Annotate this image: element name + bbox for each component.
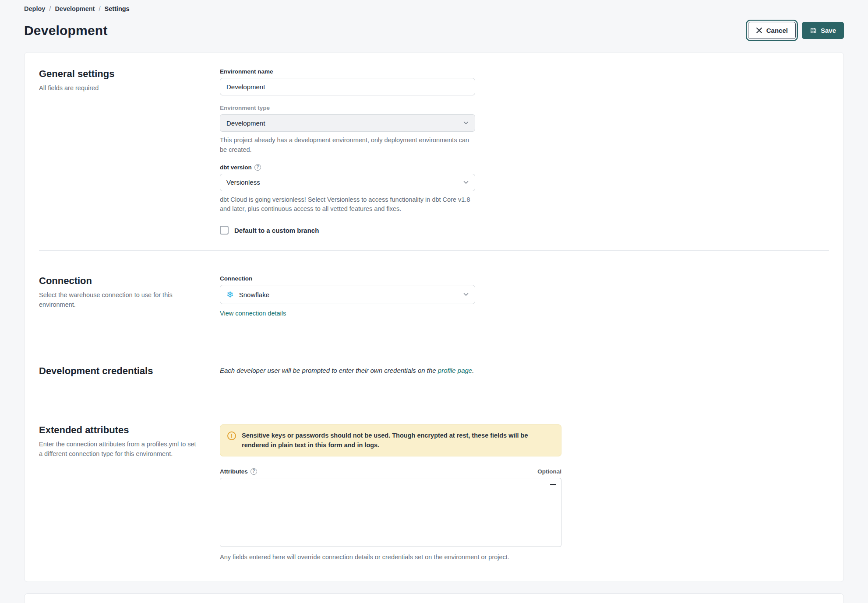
extended-attributes-head: Extended attributes Enter the connection… [39,424,220,562]
credentials-note-text: Each developer user will be prompted to … [220,367,438,374]
environment-settings-page: Deploy / Development / Settings Developm… [0,0,868,603]
connection-fields: Connection ❄ Snowflake View connection d… [220,275,829,317]
chevron-down-icon [463,293,469,296]
environment-type-value: Development [226,119,265,127]
delete-environment-card: Click the button below to delete this en… [24,593,844,603]
close-icon [756,27,762,34]
settings-card: General settings All fields are required… [24,52,844,582]
attributes-helper: Any fields entered here will override co… [220,553,561,562]
custom-branch-label: Default to a custom branch [234,227,319,234]
connection-head: Connection Select the warehouse connecti… [39,275,220,317]
environment-name-label: Environment name [220,68,829,75]
save-button[interactable]: Save [802,22,844,39]
environment-name-field-group: Environment name [220,68,829,95]
view-connection-details-link[interactable]: View connection details [220,310,286,317]
connection-subheading: Select the warehouse connection to use f… [39,291,197,310]
credentials-note-suffix: . [472,367,474,374]
development-credentials-note: Each developer user will be prompted to … [220,365,829,377]
connection-field-group: Connection ❄ Snowflake View connection d… [220,275,829,317]
attributes-label-row: Attributes ? [220,468,257,475]
development-credentials-heading: Development credentials [39,365,220,377]
general-settings-head: General settings All fields are required [39,68,220,235]
breadcrumb-separator: / [49,5,51,12]
warning-text: Sensitive keys or passwords should not b… [242,431,554,450]
breadcrumb: Deploy / Development / Settings [24,4,844,12]
connection-section: Connection Select the warehouse connecti… [25,251,843,344]
cancel-button[interactable]: Cancel [748,22,796,39]
page-header: Development Cancel Save [24,22,844,39]
profile-page-link[interactable]: profile page [438,367,472,374]
environment-type-helper: This project already has a development e… [220,136,472,155]
cancel-button-label: Cancel [766,27,788,34]
dbt-version-select[interactable]: Versionless [220,174,475,191]
environment-name-input[interactable] [220,78,475,95]
dbt-version-label-row: dbt version ? [220,164,829,171]
general-settings-section: General settings All fields are required… [25,53,843,250]
optional-label: Optional [537,468,561,475]
environment-type-label: Environment type [220,105,829,111]
extended-attributes-heading: Extended attributes [39,424,220,436]
sensitive-keys-warning: ! Sensitive keys or passwords should not… [220,424,561,456]
extended-attributes-section: Extended attributes Enter the connection… [25,405,843,582]
default-custom-branch-row[interactable]: Default to a custom branch [220,226,829,235]
header-actions: Cancel Save [748,22,844,39]
snowflake-icon: ❄ [226,290,234,299]
save-button-label: Save [821,27,836,34]
development-credentials-head: Development credentials [39,365,220,377]
help-icon[interactable]: ? [254,164,261,171]
custom-branch-checkbox[interactable] [220,226,229,235]
connection-label: Connection [220,275,829,282]
connection-heading: Connection [39,275,220,287]
environment-type-select: Development [220,114,475,132]
development-credentials-section: Development credentials Each developer u… [25,344,843,405]
page-title: Development [24,23,108,38]
general-settings-subheading: All fields are required [39,84,197,93]
warning-icon: ! [227,431,236,440]
general-settings-fields: Environment name Environment type Develo… [220,68,829,235]
breadcrumb-development[interactable]: Development [55,5,95,12]
breadcrumb-settings: Settings [104,5,129,12]
save-icon [810,27,817,34]
breadcrumb-separator: / [99,5,100,12]
connection-select[interactable]: ❄ Snowflake [220,285,475,304]
general-settings-heading: General settings [39,68,220,80]
attributes-label: Attributes [220,468,248,475]
attributes-header-row: Attributes ? Optional [220,468,561,475]
environment-type-field-group: Environment type Development This projec… [220,105,829,155]
dbt-version-field-group: dbt version ? Versionless dbt Cloud is g… [220,164,829,214]
dbt-version-helper: dbt Cloud is going versionless! Select V… [220,195,472,214]
collapse-fold-icon[interactable] [550,481,556,488]
attributes-textarea[interactable] [220,478,561,547]
breadcrumb-deploy[interactable]: Deploy [24,5,45,12]
chevron-down-icon [463,181,469,184]
dbt-version-label: dbt version [220,164,252,171]
dbt-version-value: Versionless [226,179,260,186]
connection-value: Snowflake [239,291,269,298]
extended-attributes-subheading: Enter the connection attributes from a p… [39,440,197,459]
attributes-editor [220,478,561,549]
help-icon[interactable]: ? [251,468,257,475]
extended-attributes-fields: ! Sensitive keys or passwords should not… [220,424,829,562]
chevron-down-icon [463,121,469,125]
